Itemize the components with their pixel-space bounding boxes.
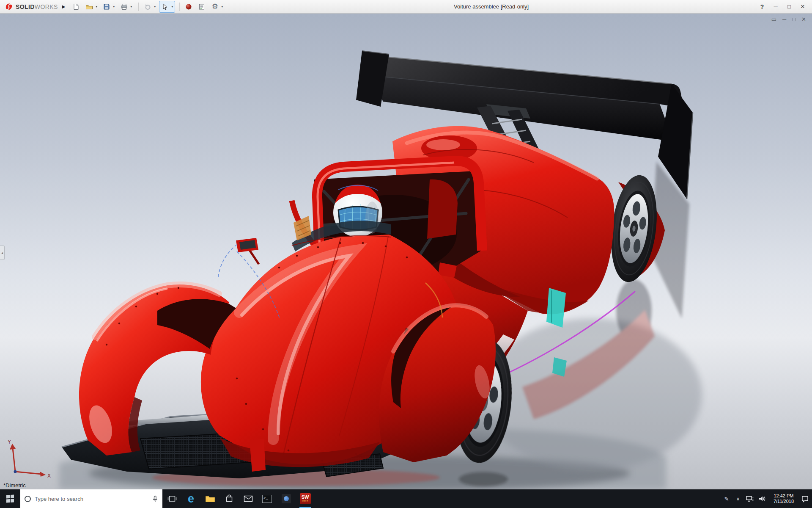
brand-text: SOLIDWORKS <box>16 3 58 10</box>
solidworks-app-icon: SW 2017 <box>300 493 311 504</box>
options-dropdown-icon[interactable]: ▾ <box>220 5 224 8</box>
print-dropdown-icon[interactable]: ▾ <box>129 5 133 8</box>
appearance-group <box>183 1 195 13</box>
document-properties-button[interactable] <box>197 2 207 12</box>
doc-minimize-icon[interactable]: ─ <box>782 16 786 22</box>
task-view-button[interactable] <box>162 489 181 508</box>
ds-logo-icon <box>4 2 14 11</box>
clock-date: 7/11/2018 <box>771 499 797 504</box>
toolbar-separator <box>179 3 180 11</box>
taskbar-search[interactable] <box>20 489 162 508</box>
undo-group: ▾ <box>142 1 158 13</box>
appearance-button[interactable] <box>184 2 194 12</box>
side-window[interactable] <box>546 288 566 328</box>
options-button[interactable]: ⚙ <box>210 2 220 12</box>
system-tray: ✎ ∧ 12:42 PM 7/11/2018 <box>723 489 812 508</box>
doc-restore-icon[interactable]: ▭ <box>771 16 776 22</box>
search-input[interactable] <box>35 496 148 502</box>
rear-right-wheel[interactable] <box>606 173 662 285</box>
search-icon <box>25 496 31 502</box>
save-icon <box>103 3 110 10</box>
open-group: ▾ <box>83 1 99 13</box>
file-explorer-icon <box>205 494 215 503</box>
graphics-viewport[interactable]: ▭ ─ □ ✕ ◂ <box>0 14 812 489</box>
chevron-up-icon[interactable]: ∧ <box>735 496 741 502</box>
clock-time: 12:42 PM <box>771 493 797 499</box>
featuremanager-flyout-handle[interactable]: ◂ <box>0 246 5 260</box>
maximize-button[interactable]: □ <box>782 1 796 12</box>
save-dropdown-icon[interactable]: ▾ <box>112 5 116 8</box>
reference-triad: X Y <box>4 439 55 479</box>
open-dropdown-icon[interactable]: ▾ <box>94 5 99 8</box>
open-folder-icon <box>85 3 93 10</box>
window-controls: ? ─ □ ✕ <box>755 1 809 12</box>
doc-close-icon[interactable]: ✕ <box>801 16 806 22</box>
network-icon[interactable] <box>746 496 754 502</box>
mail-button[interactable] <box>239 489 258 508</box>
tow-pylon[interactable] <box>250 439 266 472</box>
photos-button[interactable] <box>277 489 296 508</box>
doc-maximize-icon[interactable]: □ <box>792 16 796 22</box>
solidworks-logo: SOLIDWORKS <box>3 2 60 11</box>
windows-taskbar: e >_ SW 2017 ✎ ∧ 12:42 PM 7/11/2018 <box>0 489 812 508</box>
print-button[interactable] <box>119 2 129 12</box>
store-button[interactable] <box>219 489 239 508</box>
taskbar-clock[interactable]: 12:42 PM 7/11/2018 <box>771 493 797 504</box>
file-explorer-button[interactable] <box>200 489 219 508</box>
select-button[interactable] <box>160 2 170 12</box>
title-bar: SOLIDWORKS ▶ ▾ ▾ ▾ ▾ ▾ <box>0 0 812 14</box>
photos-icon <box>282 494 291 503</box>
options-gear-icon: ⚙ <box>212 3 218 10</box>
document-properties-group <box>196 1 208 13</box>
new-document-button[interactable] <box>71 2 81 12</box>
task-view-icon <box>167 495 177 502</box>
new-document-icon <box>73 3 80 10</box>
undo-dropdown-icon[interactable]: ▾ <box>153 5 157 8</box>
save-group: ▾ <box>101 1 117 13</box>
console-button[interactable]: >_ <box>258 489 277 508</box>
new-document-group <box>70 1 82 13</box>
store-icon <box>225 494 233 503</box>
pen-icon[interactable]: ✎ <box>723 496 730 502</box>
car-model-canvas[interactable] <box>0 14 812 489</box>
options-group: ⚙ ▾ <box>209 1 225 13</box>
print-group: ▾ <box>118 1 134 13</box>
left-mirror[interactable] <box>236 238 259 264</box>
console-icon: >_ <box>262 495 272 503</box>
triad-y-label: Y <box>8 439 11 445</box>
edge-button[interactable]: e <box>181 489 200 508</box>
volume-icon[interactable] <box>758 495 766 502</box>
action-center-icon[interactable] <box>801 495 809 502</box>
save-button[interactable] <box>102 2 112 12</box>
print-icon <box>121 3 128 10</box>
document-window-controls: ▭ ─ □ ✕ <box>771 16 806 22</box>
appearance-sphere-icon <box>185 3 192 10</box>
minimize-button[interactable]: ─ <box>769 1 782 12</box>
mail-icon <box>244 495 253 502</box>
triad-x-label: X <box>47 473 51 479</box>
view-orientation-label: *Dimetric <box>3 482 26 489</box>
edge-icon: e <box>188 493 194 505</box>
windows-logo-icon <box>6 495 14 503</box>
undo-icon <box>144 3 151 10</box>
solidworks-taskbar-button[interactable]: SW 2017 <box>296 489 315 508</box>
undo-button[interactable] <box>143 2 153 12</box>
select-dropdown-icon[interactable]: ▾ <box>170 5 174 8</box>
open-button[interactable] <box>84 2 94 12</box>
window-title: Voiture assemblee [Read-only] <box>454 3 529 10</box>
select-cursor-icon <box>162 3 168 10</box>
close-button[interactable]: ✕ <box>796 1 809 12</box>
start-button[interactable] <box>0 489 20 508</box>
toolbar-separator <box>138 3 139 11</box>
document-properties-icon <box>198 3 205 10</box>
select-group: ▾ <box>159 1 175 13</box>
microphone-icon[interactable] <box>152 495 158 502</box>
help-button[interactable]: ? <box>755 1 769 12</box>
menu-expander-icon[interactable]: ▶ <box>62 4 66 9</box>
